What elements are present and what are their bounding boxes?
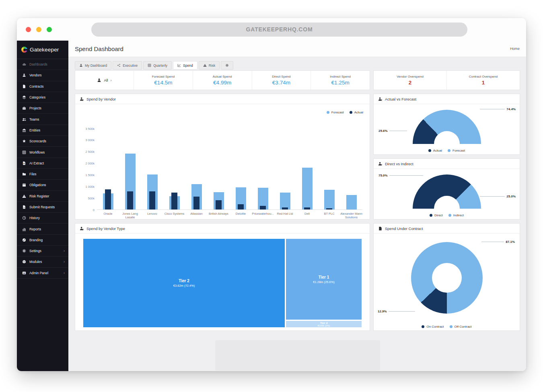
gatekeeper-logo-icon	[21, 47, 27, 53]
card-title: Spend by Vendor Type	[75, 224, 370, 234]
legend: Direct Indirect	[374, 213, 520, 217]
x-axis-label: Alexander Mann Solutions	[340, 212, 363, 220]
kpi-label: Vendor Overspend	[397, 75, 424, 78]
sidebar-item-risk-register[interactable]: Risk Register	[17, 191, 68, 202]
sidebar-item-projects[interactable]: Projects	[17, 103, 68, 114]
card-title-text: Direct vs Indirect	[385, 162, 413, 166]
x-axis-label: Cisco Systems	[163, 212, 186, 215]
forecast-bar-bt-plc[interactable]	[324, 190, 335, 209]
forecast-bar-red-hat-ltd[interactable]	[280, 193, 290, 209]
sidebar-item-files[interactable]: Files	[17, 169, 68, 180]
kpi-value: 2	[409, 80, 412, 86]
sidebar-item-history[interactable]: History	[17, 213, 68, 224]
sidebar-item-reports[interactable]: Reports	[17, 224, 68, 234]
address-bar[interactable]: GATEKEEPERHQ.COM	[91, 23, 467, 37]
actual-bar-bt-plc[interactable]	[326, 208, 332, 209]
sidebar-item-modules[interactable]: Modules›	[17, 257, 68, 267]
warning-icon	[203, 64, 207, 67]
actual-bar-pricewaterhou[interactable]	[260, 206, 266, 209]
sidebar-item-label: Contracts	[29, 84, 65, 88]
treemap-tile-tier-1[interactable]: Tier 1 €1.28m (25.6%)	[286, 239, 362, 320]
donut[interactable]	[411, 242, 483, 314]
kpi-value: €3.74m	[272, 80, 290, 86]
address-bar-url: GATEKEEPERHQ.COM	[246, 26, 313, 33]
y-axis-tick: 1 000k	[76, 185, 95, 189]
maximize-window-button[interactable]	[47, 27, 52, 32]
legend-dot	[350, 111, 352, 114]
actual-bar-oracle[interactable]	[105, 189, 111, 209]
actual-bar-jones-lang-lasalle[interactable]	[127, 191, 133, 209]
actual-bar-atlassian[interactable]	[193, 197, 200, 209]
y-axis-tick: 3 500k	[76, 127, 95, 131]
sidebar-item-label: Workflows	[29, 150, 65, 154]
actual-bar-cisco-systems[interactable]	[171, 193, 177, 209]
x-axis-label: Jones Lang Lasalle	[119, 212, 142, 220]
legend-dot	[428, 149, 431, 152]
home-link[interactable]: Home	[510, 47, 520, 51]
forecast-bar-dell[interactable]	[302, 168, 313, 209]
y-axis-tick: 0	[76, 208, 95, 212]
sidebar-item-label: Scorecards	[29, 139, 65, 143]
sidebar-item-entities[interactable]: Entities	[17, 125, 68, 136]
sidebar-item-vendors[interactable]: Vendors	[17, 70, 68, 81]
dashboard-content: My DashboardExecutiveQuarterlySpendRisk …	[68, 57, 526, 371]
sidebar-item-dashboards[interactable]: Dashboards	[17, 59, 68, 70]
sidebar-item-workflows[interactable]: Workflows	[17, 147, 68, 158]
tab-risk[interactable]: Risk	[199, 61, 220, 70]
sidebar-item-obligations[interactable]: Obligations	[17, 180, 68, 191]
chevron-right-icon: ›	[64, 271, 65, 275]
tab-my-dashboard[interactable]: My Dashboard	[75, 61, 111, 70]
page-title: Spend Dashboard	[75, 45, 123, 52]
semi-donut[interactable]	[413, 174, 481, 209]
sidebar-item-categories[interactable]: Categories	[17, 92, 68, 103]
vendor-filter-all[interactable]: All ›	[75, 71, 134, 90]
card-title-text: Actual vs Forecast	[385, 97, 416, 101]
page-header: Spend Dashboard Home	[68, 41, 526, 57]
sidebar-item-label: AI Extract	[29, 161, 65, 165]
close-window-button[interactable]	[26, 27, 31, 32]
actual-bar-red-hat-ltd[interactable]	[282, 207, 288, 209]
sidebar-item-contracts[interactable]: Contracts	[17, 81, 68, 92]
sidebar-item-admin-panel[interactable]: Admin Panel›	[17, 268, 68, 279]
logo[interactable]: Gatekeeper	[17, 41, 68, 59]
x-axis-label: BT PLC	[318, 212, 341, 215]
actual-bar-deloitte[interactable]	[238, 204, 244, 209]
tab-settings[interactable]	[221, 61, 233, 70]
callout-actual: 25.6%	[378, 129, 407, 133]
browser-chrome: GATEKEEPERHQ.COM	[17, 18, 526, 41]
line-chart-icon	[177, 64, 181, 67]
sidebar-item-label: Risk Register	[29, 194, 65, 198]
bank-icon	[22, 128, 26, 132]
calendar-icon	[22, 183, 26, 187]
sidebar-item-label: Submit Requests	[29, 205, 65, 209]
tab-quarterly[interactable]: Quarterly	[143, 61, 172, 70]
sidebar-item-teams[interactable]: Teams	[17, 114, 68, 125]
donut-chart-spend-under-contract: 87.1% 12.9% On Contract Off Contract	[374, 234, 520, 330]
actual-bar-dell[interactable]	[304, 207, 310, 209]
y-axis-tick: 3 000k	[76, 138, 95, 142]
sidebar-item-submit-requests[interactable]: Submit Requests	[17, 202, 68, 213]
callout-forecast: 74.4%	[480, 107, 516, 111]
overspend-kpi-card: Vendor Overspend 2Contract Overspend 1	[373, 70, 520, 90]
bar-chart-legend: Forecast Actual	[327, 111, 363, 114]
actual-bar-british-airways[interactable]	[216, 200, 222, 209]
kpi-vendor-overspend: Vendor Overspend 2	[374, 71, 447, 90]
sidebar-item-ai-extract[interactable]: AI Extract	[17, 158, 68, 169]
grid-icon	[148, 64, 151, 67]
sidebar-item-label: Admin Panel	[29, 271, 60, 275]
sidebar-item-label: Modules	[29, 260, 60, 264]
sidebar-item-branding[interactable]: Branding	[17, 235, 68, 246]
forecast-bar-alexander-mann-solutions[interactable]	[346, 195, 357, 209]
tab-spend[interactable]: Spend	[173, 61, 197, 70]
tab-executive[interactable]: Executive	[113, 61, 142, 70]
ai-file-icon	[22, 161, 26, 165]
semi-donut[interactable]	[413, 110, 481, 144]
history-icon	[22, 216, 26, 220]
minimize-window-button[interactable]	[36, 27, 41, 32]
sidebar-item-scorecards[interactable]: Scorecards	[17, 136, 68, 147]
x-axis-label: Atlassian	[185, 212, 208, 215]
sidebar-item-settings[interactable]: Settings›	[17, 246, 68, 257]
actual-bar-lenovo[interactable]	[149, 191, 155, 209]
treemap-tile-tier-2[interactable]: Tier 2 €3.62m (72.4%)	[83, 239, 285, 327]
treemap-tile-tier-4[interactable]: Tier 4 €100k (2%)	[286, 321, 362, 327]
